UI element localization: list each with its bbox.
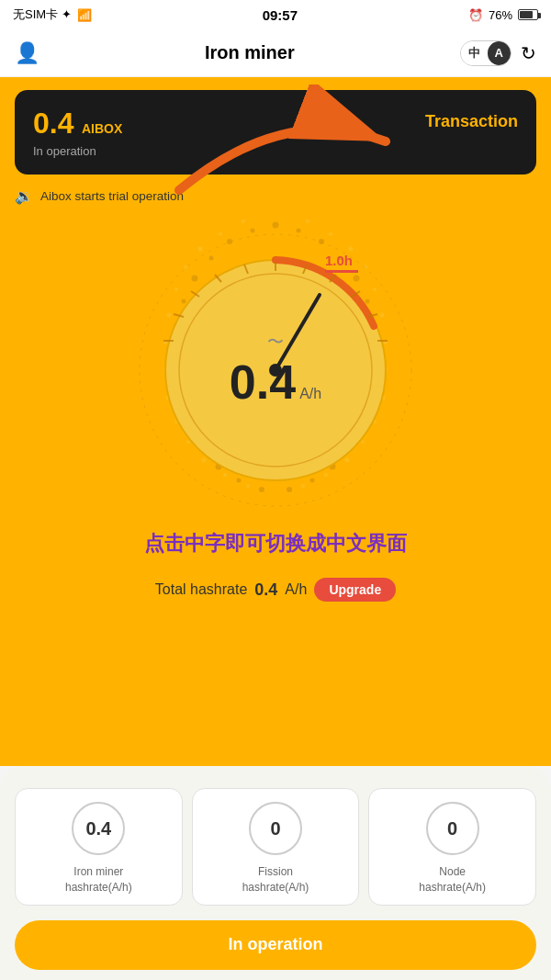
operation-button[interactable]: In operation — [15, 920, 536, 970]
gauge-center: 〜 0.4 A/h — [230, 331, 321, 410]
total-hashrate-unit: A/h — [285, 581, 307, 598]
speaker-icon: 🔉 — [15, 187, 33, 205]
language-toggle[interactable]: 中 A — [460, 40, 512, 66]
status-bar: 无SIM卡 ✦ 📶 09:57 ⏰ 76% — [0, 0, 551, 29]
total-hashrate-row: Total hashrate 0.4 A/h Upgrade — [15, 565, 536, 616]
alarm-icon: ⏰ — [468, 8, 483, 22]
iron-miner-label: Iron minerhashrate(A/h) — [65, 864, 132, 896]
chinese-annotation: 点击中字即可切换成中文界面 — [144, 530, 407, 558]
node-label: Nodehashrate(A/h) — [419, 864, 486, 896]
main-content: 0.4 AIBOX In operation Transaction 🔉 Aib… — [0, 77, 551, 766]
node-value: 0 — [426, 802, 479, 855]
notice-bar: 🔉 Aibox starts trial operation — [15, 187, 536, 205]
card-status: In operation — [33, 144, 122, 158]
aibox-unit: AIBOX — [82, 121, 122, 136]
bottom-panel: 0.4 Iron minerhashrate(A/h) 0 Fissionhas… — [0, 766, 551, 980]
fission-value: 0 — [249, 802, 302, 855]
card-value-row: 0.4 AIBOX — [33, 107, 122, 141]
hashrate-cards: 0.4 Iron minerhashrate(A/h) 0 Fissionhas… — [15, 788, 536, 906]
iron-miner-card: 0.4 Iron minerhashrate(A/h) — [15, 788, 183, 906]
time-label: 1.0h — [325, 253, 358, 273]
gauge-unit: A/h — [299, 386, 321, 402]
trend-icon: 〜 — [267, 331, 284, 353]
total-hashrate-value: 0.4 — [254, 580, 277, 600]
lang-a-button[interactable]: A — [488, 41, 511, 65]
status-time: 09:57 — [263, 7, 298, 23]
info-card: 0.4 AIBOX In operation Transaction — [15, 90, 536, 175]
total-hashrate-label: Total hashrate — [155, 581, 248, 598]
notice-text: Aibox starts trial operation — [40, 189, 184, 203]
wifi-icon: 📶 — [77, 8, 92, 22]
fission-label: Fissionhashrate(A/h) — [242, 864, 309, 896]
profile-icon[interactable]: 👤 — [15, 41, 39, 65]
gauge-wrap: 1.0h 〜 0.4 A/h — [119, 214, 432, 526]
gauge-value: 0.4 — [230, 355, 296, 410]
lang-zh-button[interactable]: 中 — [461, 41, 488, 65]
card-left: 0.4 AIBOX In operation — [33, 107, 122, 158]
iron-miner-value: 0.4 — [72, 802, 125, 855]
status-right: ⏰ 76% — [468, 8, 538, 22]
fission-card: 0 Fissionhashrate(A/h) — [192, 788, 360, 906]
refresh-icon[interactable]: ↻ — [521, 42, 536, 64]
transaction-label[interactable]: Transaction — [425, 112, 518, 131]
card-right: Transaction — [425, 107, 518, 131]
status-left: 无SIM卡 ✦ 📶 — [13, 6, 92, 23]
node-card: 0 Nodehashrate(A/h) — [368, 788, 536, 906]
page-title: Iron miner — [205, 42, 295, 63]
battery-icon — [518, 9, 538, 20]
sim-status: 无SIM卡 ✦ — [13, 6, 72, 23]
aibox-value: 0.4 — [33, 107, 73, 140]
upgrade-button[interactable]: Upgrade — [314, 578, 396, 602]
battery-percent: 76% — [489, 8, 512, 22]
gauge-area: 1.0h 〜 0.4 A/h 点击中字即可切换成中文界面 — [15, 214, 536, 565]
nav-bar: 👤 Iron miner 中 A ↻ — [0, 29, 551, 77]
